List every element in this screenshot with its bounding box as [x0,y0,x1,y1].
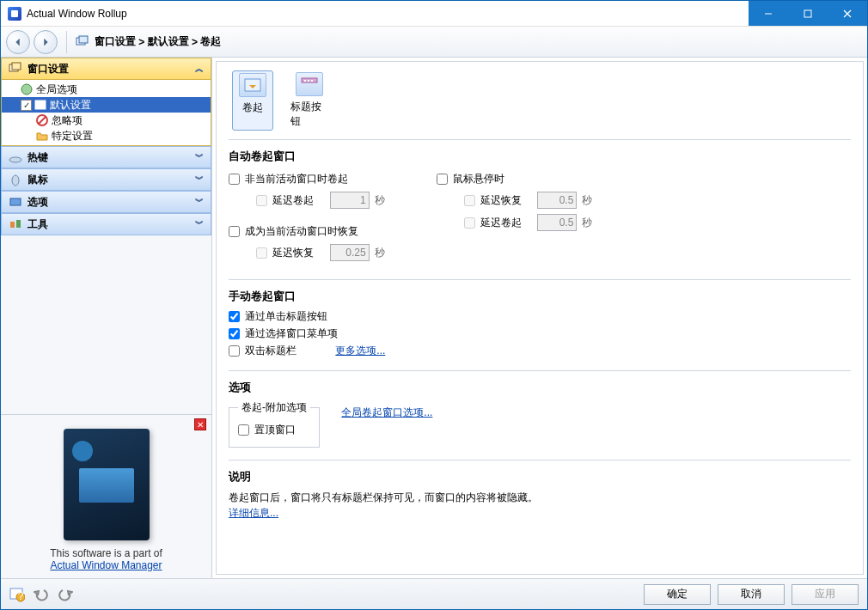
apply-button[interactable]: 应用 [792,584,859,605]
windows-icon [9,62,22,76]
toolbar: 窗口设置 > 默认设置 > 卷起 [1,27,867,58]
label: 通过单击标题按钮 [245,309,327,324]
chevron-down-icon: ︾ [195,218,204,230]
input-hover-delay-restore[interactable] [537,192,577,209]
fieldset-rollup-extra: 卷起-附加选项 置顶窗口 [229,400,320,448]
tree-item-label: 默认设置 [50,98,91,113]
checkbox-delay-rollup[interactable] [256,195,267,206]
tree-item-ignore[interactable]: 忽略项 [2,113,211,128]
hotkey-icon [9,150,22,164]
input-delay-restore[interactable] [330,244,370,261]
checkbox-hover-delay-restore[interactable] [464,195,475,206]
ok-button[interactable]: 确定 [644,584,711,605]
label: 延迟卷起 [272,193,314,208]
help-icon[interactable]: ? [9,587,25,602]
unit-label: 秒 [582,216,592,230]
sidebar: 窗口设置 ︽ 全局选项 ✓ 默认设置 忽略项 [1,58,212,578]
toolbar-separator [66,31,67,53]
maximize-button[interactable] [788,1,828,26]
undo-icon[interactable] [34,587,49,602]
svg-rect-20 [304,80,306,82]
group-description: 说明 [229,469,851,485]
checkbox-become-active-restore[interactable] [229,226,240,237]
separator [229,139,851,140]
breadcrumb-mid: 默认设置 [148,34,189,49]
checkbox-not-active-rollup[interactable] [229,174,240,185]
checkbox-hover[interactable] [437,174,448,185]
tree-item-label: 特定设置 [52,129,93,143]
svg-point-9 [21,84,32,95]
svg-point-13 [9,157,21,162]
link-more-options[interactable]: 更多选项... [335,344,385,358]
sidebar-section-window-settings[interactable]: 窗口设置 ︽ [1,58,211,80]
link-global-rollup-options[interactable]: 全局卷起窗口选项... [341,406,432,420]
label: 成为当前活动窗口时恢复 [245,224,358,239]
label: 置顶窗口 [254,423,296,437]
tab-title-buttons[interactable]: 标题按钮 [289,70,330,131]
promo-link[interactable]: Actual Window Manager [50,559,162,571]
checkbox-select-menu[interactable] [229,328,240,339]
unit-label: 秒 [375,193,385,208]
redo-icon[interactable] [58,587,73,602]
label: 延迟恢复 [272,246,314,260]
tools-icon [9,217,22,231]
description-text: 卷起窗口后，窗口将只有标题栏保持可见，而窗口的内容将被隐藏。 [229,490,851,506]
sidebar-section-hotkeys[interactable]: 热键 ︾ [1,146,211,168]
sidebar-section-mouse[interactable]: 鼠标 ︾ [1,168,211,191]
chevron-down-icon: ︾ [195,196,204,208]
svg-point-14 [12,175,19,186]
tree-item-global[interactable]: 全局选项 [2,82,211,97]
chevron-down-icon: ︾ [195,151,204,163]
tree-item-label: 全局选项 [36,82,77,97]
checkbox-dblclick-title[interactable] [229,345,240,357]
back-button[interactable] [6,30,30,54]
checkbox-hover-delay-rollup[interactable] [464,217,475,229]
checkbox-delay-restore[interactable] [256,247,267,259]
sidebar-section-options[interactable]: 选项 ︾ [1,191,211,213]
window-icon [34,99,46,111]
label: 延迟恢复 [480,193,522,208]
checkbox-click-titlebtn[interactable] [229,311,240,322]
cancel-button[interactable]: 取消 [718,584,785,605]
label: 鼠标悬停时 [453,172,504,186]
input-hover-delay-rollup[interactable] [537,214,577,231]
chevron-down-icon: ︾ [195,174,204,186]
svg-text:?: ? [18,590,24,602]
footer: ? 确定 取消 应用 [1,578,867,609]
svg-line-12 [39,117,46,124]
forward-button[interactable] [34,30,58,54]
tree-item-default-settings[interactable]: ✓ 默认设置 [2,97,211,113]
app-icon [8,7,21,21]
titlebar: Actual Window Rollup [1,1,867,27]
tab-label: 卷起 [242,101,263,115]
input-delay-rollup[interactable] [330,192,370,209]
svg-rect-6 [79,36,88,43]
window-controls [749,1,867,26]
svg-rect-0 [11,10,18,17]
sidebar-section-label: 热键 [28,150,48,165]
chevron-up-icon: ︽ [195,63,204,75]
content: 卷起 标题按钮 自动卷起窗口 非当前活动窗口时卷起 延迟卷起 秒 成为当前活动窗… [212,58,867,578]
unit-label: 秒 [582,193,592,208]
sidebar-section-label: 鼠标 [28,173,48,187]
group-auto-rollup: 自动卷起窗口 [229,149,851,164]
checkbox-icon[interactable]: ✓ [21,100,32,111]
label: 通过选择窗口菜单项 [245,326,338,341]
minimize-button[interactable] [749,1,788,26]
tree-item-specific[interactable]: 特定设置 [2,128,211,143]
breadcrumb-root: 窗口设置 [95,34,136,49]
separator [229,279,851,280]
breadcrumb: 窗口设置 > 默认设置 > 卷起 [76,34,221,49]
link-details[interactable]: 详细信息... [229,507,278,519]
tab-rollup[interactable]: 卷起 [232,70,273,131]
label: 延迟卷起 [480,216,522,230]
sidebar-tree: 全局选项 ✓ 默认设置 忽略项 特定设置 [1,80,211,146]
checkbox-topmost[interactable] [238,424,249,436]
separator [229,460,851,461]
svg-rect-22 [311,80,313,82]
globe-icon [21,83,33,95]
close-button[interactable] [828,1,867,26]
sidebar-section-tools[interactable]: 工具 ︾ [1,213,211,235]
breadcrumb-leaf: 卷起 [200,34,221,49]
promo-close-button[interactable]: ✕ [194,418,206,430]
